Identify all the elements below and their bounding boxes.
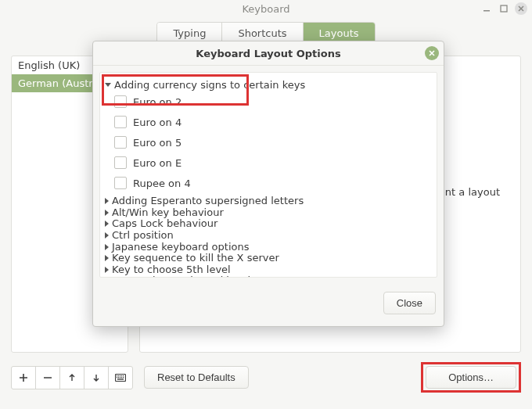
add-layout-icon[interactable] [12,367,35,389]
svg-rect-5 [120,375,120,376]
section-label: Adding currency signs to certain keys [114,79,305,91]
svg-rect-11 [121,377,122,378]
svg-rect-13 [117,379,124,379]
section-label: Key to choose the 3rd level [112,274,250,278]
section-label: Key to choose 5th level [112,264,231,275]
checkbox-icon[interactable] [114,116,127,128]
window-titlebar: Keyboard [0,0,532,17]
option-rupee-4[interactable]: Rupee on 4 [114,177,432,189]
tree-section[interactable]: Alt/Win key behaviour [105,207,432,218]
reset-defaults-button[interactable]: Reset to Defaults [144,366,249,389]
keyboard-preview-icon[interactable] [108,367,132,389]
section-label: Adding Esperanto supersigned letters [112,195,304,206]
tree-section[interactable]: Key to choose 5th level [105,264,432,275]
layout-toolbar [11,366,133,389]
window-controls [480,2,527,15]
section-label: Alt/Win key behaviour [112,206,224,218]
tree-section[interactable]: Key sequence to kill the X server [105,253,432,264]
tree-section[interactable]: Adding Esperanto supersigned letters [105,196,432,206]
options-tree[interactable]: Adding currency signs to certain keys Eu… [99,72,437,278]
tree-section[interactable]: Japanese keyboard options [105,242,432,253]
chevron-down-icon [105,83,111,87]
section-label: Key sequence to kill the X server [112,252,279,264]
svg-rect-3 [117,375,117,376]
checkbox-icon[interactable] [114,177,127,189]
chevron-right-icon [105,267,109,273]
close-icon[interactable] [515,2,527,15]
dialog-close-button[interactable]: Close [383,292,436,314]
options-button[interactable]: Options… [426,366,516,389]
option-euro-e[interactable]: Euro on E [114,156,432,169]
chevron-right-icon [105,198,109,204]
checkbox-icon[interactable] [114,95,127,108]
chevron-right-icon [105,255,109,261]
option-euro-4[interactable]: Euro on 4 [114,116,432,128]
checkbox-icon[interactable] [114,156,127,169]
section-label: Caps Lock behaviour [112,217,217,229]
option-label: Euro on E [133,157,182,169]
options-highlight: Options… [421,362,521,393]
option-label: Euro on 4 [133,117,182,128]
svg-rect-10 [120,377,120,378]
option-euro-2[interactable]: Euro on 2 [114,95,432,108]
svg-rect-12 [123,377,124,378]
option-label: Euro on 2 [133,96,182,108]
move-up-icon[interactable] [59,367,84,389]
svg-rect-4 [118,375,119,376]
dialog-title-text: Keyboard Layout Options [196,48,340,59]
svg-rect-8 [117,377,117,378]
tree-section-currency[interactable]: Adding currency signs to certain keys [105,79,432,91]
dialog-close-icon[interactable] [425,46,439,60]
tree-section[interactable]: Ctrl position [105,230,432,241]
chevron-right-icon [105,210,109,216]
option-euro-5[interactable]: Euro on 5 [114,136,432,149]
svg-rect-9 [118,377,119,378]
svg-rect-0 [483,10,490,12]
window-title: Keyboard [242,3,289,15]
keyboard-layout-options-dialog: Keyboard Layout Options Adding currency … [92,41,444,327]
svg-rect-6 [121,375,122,376]
dialog-title: Keyboard Layout Options [93,41,444,66]
svg-rect-7 [123,375,124,376]
chevron-right-icon [105,244,109,250]
remove-layout-icon[interactable] [35,367,59,389]
move-down-icon[interactable] [84,367,108,389]
option-label: Rupee on 4 [133,178,191,189]
section-label: Ctrl position [112,229,174,241]
section-label: Japanese keyboard options [112,241,249,253]
checkbox-icon[interactable] [114,136,127,149]
chevron-right-icon [105,221,109,227]
tree-section[interactable]: Key to choose the 3rd level [105,275,432,278]
option-label: Euro on 5 [133,137,182,149]
chevron-right-icon [105,232,109,239]
minimize-icon[interactable] [480,2,493,15]
maximize-icon[interactable] [498,2,510,15]
tree-section[interactable]: Caps Lock behaviour [105,218,432,229]
svg-rect-1 [501,5,507,12]
